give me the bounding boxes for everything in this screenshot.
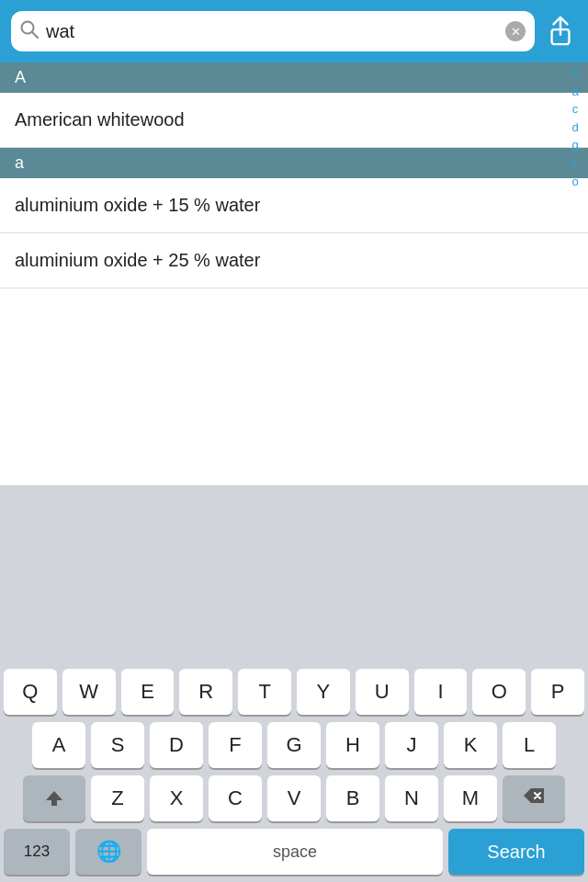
- keyboard-row-3: Z X C V B N M: [4, 775, 584, 821]
- globe-icon: 🌐: [96, 840, 121, 864]
- keyboard-bottom-row: 123 🌐 space Search: [4, 829, 584, 875]
- key-W[interactable]: W: [62, 669, 116, 715]
- side-index-c[interactable]: c: [572, 102, 579, 117]
- key-T[interactable]: T: [238, 669, 291, 715]
- key-P[interactable]: P: [531, 669, 584, 715]
- key-S[interactable]: S: [91, 722, 144, 768]
- keyboard-row-1: Q W E R T Y U I O P: [4, 669, 584, 715]
- results-area: A American whitewood a aluminium oxide +…: [0, 62, 588, 485]
- key-O[interactable]: O: [472, 669, 526, 715]
- clear-button[interactable]: ✕: [505, 21, 526, 41]
- side-index-A[interactable]: A: [571, 66, 580, 81]
- keyboard: Q W E R T Y U I O P A S D F G H J K L Z …: [0, 662, 588, 882]
- svg-line-1: [32, 32, 38, 38]
- key-M[interactable]: M: [444, 775, 497, 821]
- section-header-a: a: [0, 148, 588, 178]
- backspace-icon: [522, 786, 546, 810]
- result-item-american-whitewood[interactable]: American whitewood: [0, 93, 588, 148]
- side-index-a[interactable]: a: [571, 85, 578, 99]
- side-index-g[interactable]: g: [571, 138, 578, 153]
- side-index-o[interactable]: o: [571, 175, 578, 189]
- key-space[interactable]: space: [147, 829, 443, 875]
- key-globe[interactable]: 🌐: [75, 829, 141, 875]
- side-index: A a c d g L o: [562, 62, 588, 188]
- key-F[interactable]: F: [209, 722, 262, 768]
- key-X[interactable]: X: [150, 775, 203, 821]
- section-header-A: A: [0, 62, 588, 93]
- key-I[interactable]: I: [414, 669, 468, 715]
- header: wat ✕: [0, 0, 588, 62]
- shift-key[interactable]: [23, 775, 85, 821]
- key-U[interactable]: U: [356, 669, 409, 715]
- side-index-L[interactable]: L: [571, 156, 578, 171]
- result-item-aluminium-25[interactable]: aluminium oxide + 25 % water: [0, 233, 588, 288]
- key-E[interactable]: E: [121, 669, 175, 715]
- backspace-key[interactable]: [503, 775, 565, 821]
- key-N[interactable]: N: [385, 775, 438, 821]
- key-V[interactable]: V: [267, 775, 321, 821]
- key-C[interactable]: C: [209, 775, 262, 821]
- result-item-aluminium-15[interactable]: aluminium oxide + 15 % water: [0, 178, 588, 233]
- search-box[interactable]: wat ✕: [11, 11, 535, 51]
- key-G[interactable]: G: [267, 722, 321, 768]
- key-R[interactable]: R: [179, 669, 232, 715]
- keyboard-row-2: A S D F G H J K L: [4, 722, 584, 768]
- side-index-d[interactable]: d: [571, 120, 578, 135]
- key-Q[interactable]: Q: [4, 669, 57, 715]
- search-input[interactable]: wat: [46, 21, 498, 42]
- search-icon: [20, 20, 39, 43]
- shift-icon: [44, 788, 64, 808]
- key-Y[interactable]: Y: [297, 669, 350, 715]
- key-J[interactable]: J: [385, 722, 438, 768]
- key-A[interactable]: A: [32, 722, 85, 768]
- key-H[interactable]: H: [326, 722, 379, 768]
- key-D[interactable]: D: [150, 722, 203, 768]
- key-search[interactable]: Search: [448, 829, 584, 875]
- key-K[interactable]: K: [444, 722, 497, 768]
- key-L[interactable]: L: [503, 722, 556, 768]
- key-B[interactable]: B: [326, 775, 379, 821]
- share-button[interactable]: [544, 11, 577, 51]
- key-123[interactable]: 123: [4, 829, 70, 875]
- key-Z[interactable]: Z: [91, 775, 144, 821]
